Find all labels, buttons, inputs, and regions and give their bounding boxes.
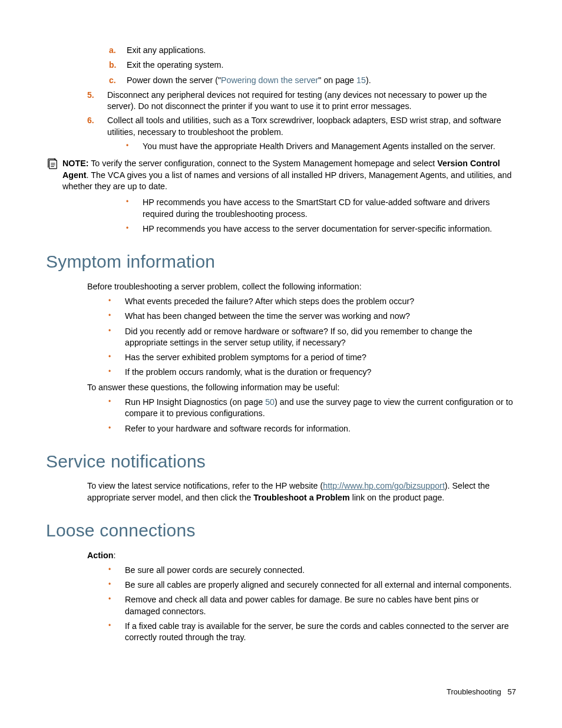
- note-t2: . The VCA gives you a list of names and …: [62, 170, 511, 191]
- symptom-q3-text: Did you recently add or remove hardware …: [125, 327, 472, 347]
- marker-b: b.: [109, 60, 116, 71]
- loose-action-label: Action: [87, 551, 113, 560]
- substep-a-text: Exit any applications.: [127, 45, 206, 55]
- document-page: a.Exit any applications. b.Exit the oper…: [0, 0, 562, 728]
- step-6-sub-1-text: You must have the appropriate Health Dri…: [143, 141, 495, 151]
- loose-b3: Remove and check all data and power cabl…: [108, 594, 516, 617]
- note-bullet-1: HP recommends you have access to the Sma…: [126, 197, 516, 220]
- marker-5: 5.: [87, 90, 94, 101]
- page-footer: Troubleshooting 57: [447, 687, 516, 697]
- note-bullet-2: HP recommends you have access to the ser…: [126, 223, 516, 235]
- service-post: link on the product page.: [350, 493, 445, 502]
- symptom-u1: Run HP Insight Diagnostics (on page 50) …: [108, 397, 516, 420]
- footer-section: Troubleshooting: [447, 687, 501, 696]
- loose-action-line: Action:: [87, 550, 516, 561]
- symptom-u2: Refer to your hardware and software reco…: [108, 423, 516, 434]
- symptom-q1: What events preceded the failure? After …: [108, 296, 516, 307]
- sub-steps-abc: a.Exit any applications. b.Exit the oper…: [109, 45, 516, 86]
- substep-b: b.Exit the operating system.: [109, 60, 516, 71]
- symptom-q5: If the problem occurs randomly, what is …: [108, 367, 516, 378]
- loose-b2: Be sure all cables are properly aligned …: [108, 579, 516, 591]
- symptom-q1-text: What events preceded the failure? After …: [125, 297, 414, 306]
- symptom-q2: What has been changed between the time t…: [108, 311, 516, 322]
- symptom-u2-text: Refer to your hardware and software reco…: [125, 424, 351, 433]
- link-hp-bizsupport[interactable]: http://www.hp.com/go/bizsupport: [323, 481, 445, 490]
- symptom-questions: What events preceded the failure? After …: [108, 296, 516, 378]
- substep-c-pre: Power down the server (": [127, 75, 221, 85]
- xref-page-15[interactable]: 15: [356, 75, 366, 85]
- note-block: NOTE: To verify the server configuration…: [46, 158, 516, 192]
- service-pre: To view the latest service notifications…: [87, 481, 323, 490]
- heading-service-notifications: Service notifications: [46, 450, 516, 474]
- xref-powering-down[interactable]: Powering down the server: [221, 75, 318, 85]
- symptom-u1-pre: Run HP Insight Diagnostics (on page: [125, 397, 265, 407]
- symptom-q4-text: Has the server exhibited problem symptom…: [125, 353, 366, 362]
- symptom-useful: Run HP Insight Diagnostics (on page 50) …: [108, 397, 516, 434]
- note-after-bullets: HP recommends you have access to the Sma…: [126, 197, 516, 235]
- substep-a: a.Exit any applications.: [109, 45, 516, 56]
- loose-b2-text: Be sure all cables are properly aligned …: [125, 580, 511, 589]
- step-5: 5.Disconnect any peripheral devices not …: [87, 90, 516, 113]
- symptom-q4: Has the server exhibited problem symptom…: [108, 352, 516, 363]
- note-t1: To verify the server configuration, conn…: [88, 159, 437, 168]
- note-label: NOTE:: [62, 159, 88, 168]
- service-paragraph: To view the latest service notifications…: [87, 480, 516, 503]
- loose-b4: If a fixed cable tray is available for t…: [108, 621, 516, 644]
- symptom-p2: To answer these questions, the following…: [87, 382, 516, 393]
- substep-c: c. Power down the server ("Powering down…: [109, 75, 516, 86]
- numbered-steps: 5.Disconnect any peripheral devices not …: [87, 90, 516, 138]
- marker-6: 6.: [87, 115, 94, 126]
- footer-page-number: 57: [508, 687, 516, 696]
- substep-b-text: Exit the operating system.: [127, 60, 224, 70]
- substep-c-mid: " on page: [318, 75, 356, 85]
- step-6: 6.Collect all tools and utilities, such …: [87, 115, 516, 138]
- step-6-text: Collect all tools and utilities, such as…: [107, 116, 501, 136]
- note-bullet-2-text: HP recommends you have access to the ser…: [143, 224, 492, 233]
- loose-b4-text: If a fixed cable tray is available for t…: [125, 621, 509, 642]
- substep-c-post: ).: [366, 75, 371, 85]
- loose-b1: Be sure all power cords are securely con…: [108, 565, 516, 576]
- service-bold: Troubleshoot a Problem: [253, 493, 350, 502]
- heading-symptom-information: Symptom information: [46, 250, 516, 274]
- step-6-sub-1: You must have the appropriate Health Dri…: [126, 141, 516, 152]
- note-icon: [46, 157, 59, 170]
- symptom-q3: Did you recently add or remove hardware …: [108, 326, 516, 349]
- svg-rect-0: [49, 160, 57, 169]
- xref-page-50[interactable]: 50: [265, 397, 275, 407]
- step-5-text: Disconnect any peripheral devices not re…: [107, 90, 487, 111]
- loose-b3-text: Remove and check all data and power cabl…: [125, 595, 479, 615]
- loose-b1-text: Be sure all power cords are securely con…: [125, 565, 305, 575]
- symptom-q5-text: If the problem occurs randomly, what is …: [125, 367, 372, 377]
- heading-loose-connections: Loose connections: [46, 519, 516, 543]
- symptom-q2-text: What has been changed between the time t…: [125, 311, 410, 321]
- marker-a: a.: [109, 45, 116, 56]
- symptom-intro: Before troubleshooting a server problem,…: [87, 281, 516, 292]
- loose-bullets: Be sure all power cords are securely con…: [108, 565, 516, 644]
- note-bullet-1-text: HP recommends you have access to the Sma…: [143, 197, 490, 218]
- step-6-subbullets: You must have the appropriate Health Dri…: [126, 141, 516, 152]
- marker-c: c.: [109, 75, 116, 86]
